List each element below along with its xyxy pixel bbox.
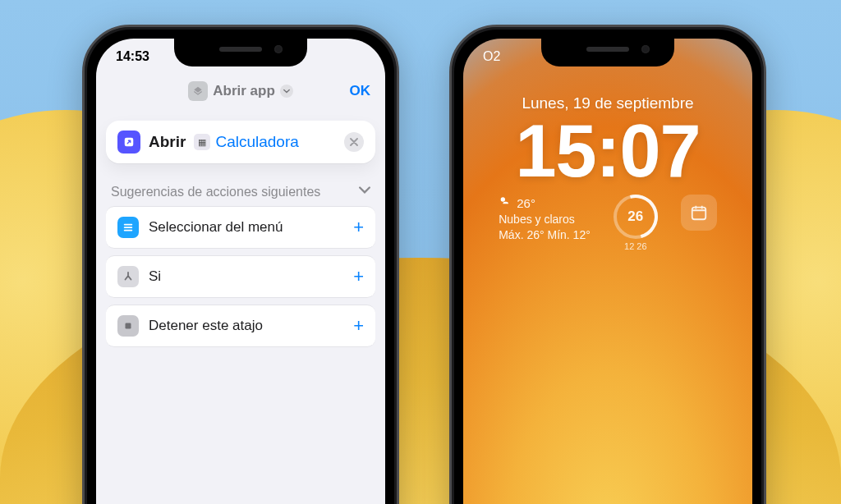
add-button[interactable]: +	[353, 268, 364, 286]
lock-screen-time: 15:07	[463, 114, 752, 188]
add-button[interactable]: +	[353, 218, 364, 236]
stop-square-icon	[117, 315, 139, 337]
title-label: Abrir app	[213, 83, 275, 99]
weather-temp: 26°	[517, 195, 535, 212]
suggestion-row[interactable]: Si +	[106, 255, 375, 298]
iphone-left: 14:53 Ab	[82, 25, 399, 504]
suggestions-list: Seleccionar del menú + Si + Detener este…	[106, 206, 375, 347]
calendar-icon	[681, 195, 717, 231]
lock-widgets: 26° Nubes y claros Máx. 26° Mín. 12° 26 …	[463, 195, 752, 253]
svg-rect-10	[124, 230, 133, 231]
svg-rect-9	[124, 227, 133, 228]
suggestion-row[interactable]: Detener este atajo +	[106, 305, 375, 347]
weather-hi-lo: Máx. 26° Mín. 12°	[499, 227, 591, 243]
nav-bar: Abrir app OK	[96, 75, 385, 108]
svg-point-19	[501, 197, 505, 201]
weather-widget[interactable]: 26° Nubes y claros Máx. 26° Mín. 12°	[499, 195, 591, 243]
parameter-label: Calculadora	[215, 133, 298, 151]
title-menu[interactable]: Abrir app	[188, 81, 293, 101]
status-carrier: O2	[483, 49, 500, 64]
suggestion-label: Detener este atajo	[149, 318, 343, 334]
status-time: 14:53	[116, 49, 149, 64]
weather-condition: Nubes y claros	[499, 212, 575, 227]
shortcut-icon	[188, 81, 208, 101]
screen: 14:53 Ab	[96, 39, 385, 504]
action-parameter[interactable]: ▦ Calculadora	[194, 133, 298, 151]
branch-icon	[117, 266, 139, 287]
suggestions-header[interactable]: Sugerencias de acciones siguientes	[111, 185, 370, 199]
add-button[interactable]: +	[353, 317, 364, 335]
ring-icon: 26	[614, 195, 658, 239]
ring-sub: 12 26	[624, 241, 647, 253]
stage: 14:53 Ab	[0, 0, 841, 504]
notch	[541, 39, 674, 66]
activity-ring-widget[interactable]: 26 12 26	[614, 195, 658, 253]
suggestion-label: Si	[149, 268, 343, 285]
suggestion-label: Seleccionar del menú	[149, 219, 343, 236]
suggestions-title: Sugerencias de acciones siguientes	[111, 185, 320, 199]
menu-list-icon	[117, 217, 139, 238]
action-verb: Abrir	[149, 133, 186, 151]
suggestion-row[interactable]: Seleccionar del menú +	[106, 206, 375, 249]
iphone-right: O2 Lunes, 19 de septiembre 15:07	[449, 25, 766, 504]
screen: O2 Lunes, 19 de septiembre 15:07	[463, 39, 752, 504]
ring-value: 26	[627, 208, 643, 227]
weather-icon	[499, 195, 512, 212]
calendar-widget[interactable]	[681, 195, 717, 231]
svg-rect-8	[124, 224, 133, 226]
action-card[interactable]: Abrir ▦ Calculadora	[106, 121, 375, 163]
svg-rect-20	[692, 208, 706, 220]
chevron-down-icon	[280, 85, 293, 98]
chevron-down-icon	[359, 185, 370, 199]
open-app-action-icon	[117, 131, 140, 153]
notch	[174, 39, 307, 66]
calculator-icon: ▦	[194, 134, 210, 150]
clear-parameter-button[interactable]	[344, 132, 364, 152]
ok-button[interactable]: OK	[350, 83, 371, 99]
svg-rect-11	[126, 323, 131, 329]
